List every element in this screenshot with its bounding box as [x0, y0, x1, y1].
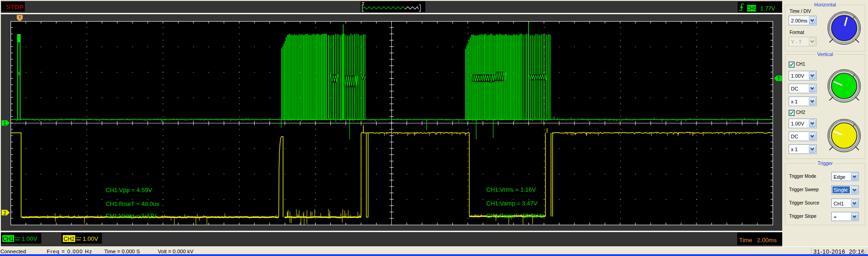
svg-text:CH1:Frequ = 20.8kHz: CH1:Frequ = 20.8kHz	[486, 212, 544, 219]
svg-text:1.00V: 1.00V	[22, 235, 37, 242]
svg-text:1.77V: 1.77V	[760, 6, 775, 12]
svg-text:CH1: CH1	[3, 236, 14, 242]
svg-text:CH1:RiseT = 48.0us: CH1:RiseT = 48.0us	[106, 200, 160, 207]
svg-text:CH1:Vrms = 1.16V: CH1:Vrms = 1.16V	[486, 186, 536, 193]
svg-text:CH2: CH2	[63, 236, 74, 242]
svg-text:T: T	[777, 76, 780, 81]
svg-text:1.00V: 1.00V	[83, 235, 98, 242]
svg-text:CH1:Vamp = 3.47V: CH1:Vamp = 3.47V	[106, 212, 157, 219]
svg-text:CH1:Vamp = 3.47V: CH1:Vamp = 3.47V	[486, 200, 538, 207]
svg-text:CH1:Vpp = 4.59V: CH1:Vpp = 4.59V	[106, 187, 152, 193]
svg-text:2: 2	[3, 210, 6, 216]
svg-text:1: 1	[3, 120, 6, 126]
svg-text:T: T	[18, 15, 21, 20]
svg-text:CH1: CH1	[746, 6, 757, 11]
